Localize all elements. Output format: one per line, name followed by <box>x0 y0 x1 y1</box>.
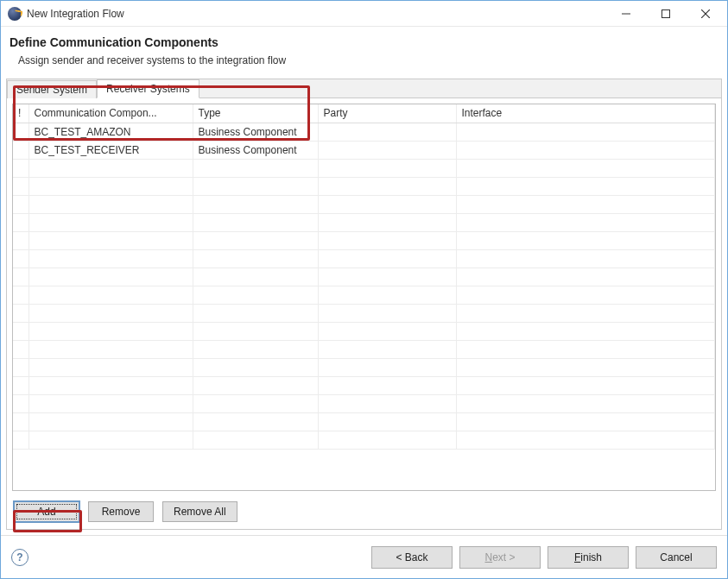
column-header-component[interactable]: Communication Compon... <box>28 104 193 123</box>
cell-type <box>193 431 318 449</box>
cell-component <box>28 412 193 431</box>
column-header-flag[interactable]: ! <box>13 104 28 123</box>
next-button: Next > <box>459 546 541 569</box>
cell-type <box>193 412 318 431</box>
cell-flag <box>13 358 28 376</box>
tab-receiver-systems[interactable]: Receiver Systems <box>97 79 199 98</box>
cell-interface <box>456 376 715 394</box>
column-header-party[interactable]: Party <box>318 104 456 123</box>
cell-type <box>193 358 318 376</box>
cell-party <box>318 267 456 286</box>
maximize-button[interactable] <box>646 1 686 27</box>
cell-flag <box>13 177 28 195</box>
dialog-window: New Integration Flow Define Communicatio… <box>0 0 728 579</box>
next-rest: ext > <box>492 551 515 563</box>
tab-sender-system[interactable]: Sender System <box>7 80 97 98</box>
cell-type <box>193 394 318 412</box>
cancel-button[interactable]: Cancel <box>636 546 717 569</box>
cell-type <box>193 322 318 340</box>
table-row <box>13 304 715 322</box>
table-row <box>13 340 715 358</box>
cell-component: BC_TEST_AMAZON <box>28 123 193 141</box>
cell-type <box>193 286 318 304</box>
cell-flag <box>13 322 28 340</box>
cell-party <box>318 322 456 340</box>
cell-component <box>28 394 193 412</box>
content-area: Sender System Receiver Systems ! Communi… <box>6 79 722 530</box>
cell-flag <box>13 304 28 322</box>
remove-button[interactable]: Remove <box>88 501 154 522</box>
cell-party <box>318 195 456 213</box>
help-icon[interactable]: ? <box>11 549 28 566</box>
cell-type <box>193 177 318 195</box>
table-row[interactable]: BC_TEST_RECEIVERBusiness Component <box>13 141 715 159</box>
cell-type: Business Component <box>193 141 318 159</box>
finish-rest: inish <box>580 551 602 563</box>
back-button-label: < Back <box>396 551 427 563</box>
cell-type <box>193 213 318 231</box>
cell-party <box>318 304 456 322</box>
cell-component <box>28 340 193 358</box>
cell-interface <box>456 213 715 231</box>
back-button[interactable]: < Back <box>371 546 453 569</box>
cell-party <box>318 431 456 449</box>
cell-flag <box>13 123 28 141</box>
cell-party <box>318 286 456 304</box>
minimize-button[interactable] <box>606 1 646 27</box>
remove-all-button[interactable]: Remove All <box>162 501 237 522</box>
cell-flag <box>13 412 28 431</box>
table-row <box>13 376 715 394</box>
cell-component <box>28 267 193 286</box>
cell-flag <box>13 195 28 213</box>
cell-type <box>193 267 318 286</box>
cell-party <box>318 340 456 358</box>
app-icon <box>8 7 22 21</box>
cell-party <box>318 376 456 394</box>
cell-type <box>193 231 318 249</box>
table-row[interactable]: BC_TEST_AMAZONBusiness Component <box>13 123 715 141</box>
table-row <box>13 358 715 376</box>
header-block: Define Communication Components Assign s… <box>1 27 727 79</box>
table-row <box>13 412 715 431</box>
cell-flag <box>13 340 28 358</box>
table-row <box>13 177 715 195</box>
cell-component <box>28 213 193 231</box>
cell-component <box>28 304 193 322</box>
finish-button[interactable]: Finish <box>548 546 629 569</box>
add-button[interactable]: Add <box>14 501 79 522</box>
page-description: Assign sender and receiver systems to th… <box>18 54 715 66</box>
window-title: New Integration Flow <box>27 8 124 20</box>
tab-strip: Sender System Receiver Systems <box>7 79 721 98</box>
cell-flag <box>13 431 28 449</box>
next-underline: N <box>484 551 492 563</box>
cell-component <box>28 358 193 376</box>
cell-interface <box>456 195 715 213</box>
cell-component: BC_TEST_RECEIVER <box>28 141 193 159</box>
table-row <box>13 159 715 177</box>
close-button[interactable] <box>686 1 725 27</box>
cell-type <box>193 376 318 394</box>
cell-component <box>28 376 193 394</box>
cell-party <box>318 249 456 267</box>
cell-component <box>28 159 193 177</box>
cell-interface <box>456 267 715 286</box>
cell-interface <box>456 431 715 449</box>
receiver-grid[interactable]: ! Communication Compon... Type Party Int… <box>13 104 715 450</box>
table-row <box>13 213 715 231</box>
table-row <box>13 322 715 340</box>
column-header-type[interactable]: Type <box>193 104 318 123</box>
cell-interface <box>456 159 715 177</box>
cell-flag <box>13 159 28 177</box>
cell-interface <box>456 340 715 358</box>
table-button-row: Add Remove Remove All <box>7 496 721 529</box>
cell-component <box>28 249 193 267</box>
cell-component <box>28 231 193 249</box>
table-row <box>13 394 715 412</box>
table-header-row: ! Communication Compon... Type Party Int… <box>13 104 715 123</box>
wizard-footer: ? < Back Next > Finish Cancel <box>1 535 727 578</box>
cell-interface <box>456 141 715 159</box>
cell-flag <box>13 231 28 249</box>
cell-party <box>318 177 456 195</box>
column-header-interface[interactable]: Interface <box>456 104 715 123</box>
cell-flag <box>13 394 28 412</box>
